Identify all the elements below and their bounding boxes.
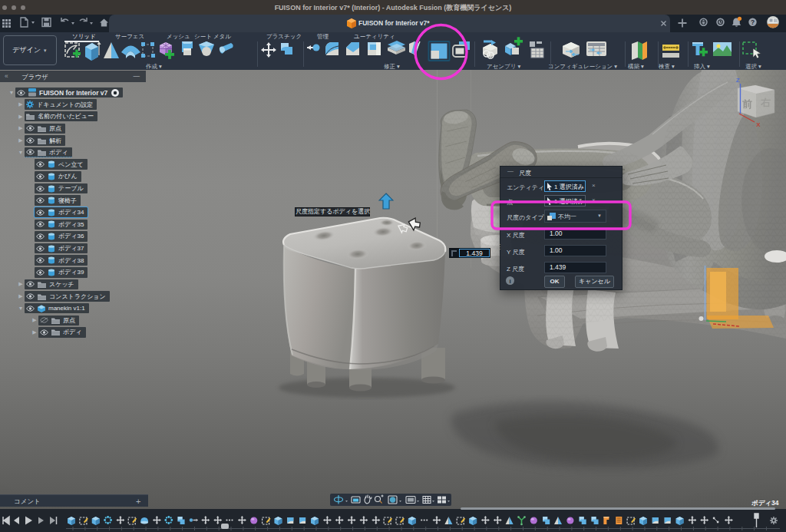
svg-text:前: 前 — [742, 98, 752, 110]
svg-text:Z: Z — [736, 77, 740, 84]
svg-text:右: 右 — [760, 97, 771, 108]
svg-text:X: X — [756, 121, 761, 128]
svg-text:?: ? — [751, 18, 755, 26]
svg-text:i: i — [509, 278, 510, 285]
